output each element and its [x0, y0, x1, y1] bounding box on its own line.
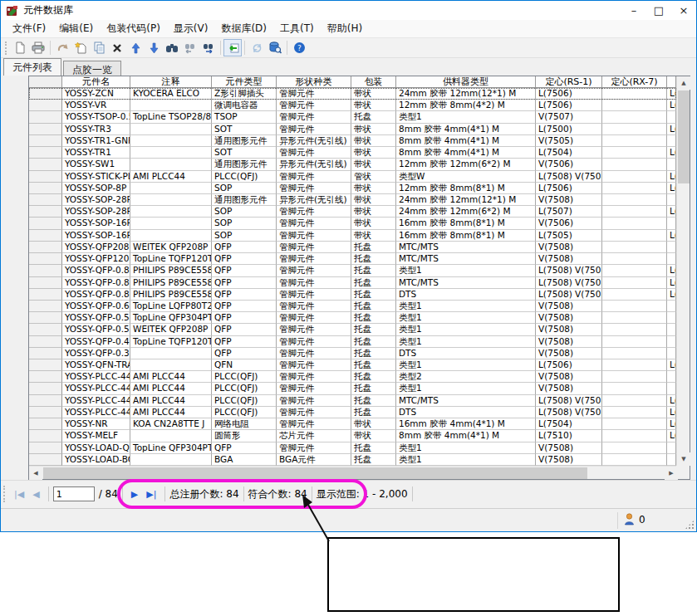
table-cell[interactable]: 类型2: [396, 371, 536, 383]
table-cell[interactable]: PHILIPS P89CE558: [130, 277, 212, 289]
row-selector[interactable]: [29, 289, 62, 301]
table-cell[interactable]: TSOP: [212, 111, 277, 123]
table-cell[interactable]: [130, 194, 212, 206]
table-cell[interactable]: WEITEK QFP208P: [130, 242, 212, 253]
table-cell[interactable]: SOT: [212, 124, 277, 135]
table-cell[interactable]: YOSSY-LOAD-BGA: [62, 454, 130, 466]
find-next-icon[interactable]: [199, 39, 218, 56]
table-cell[interactable]: YOSSY-QFP120P-: [62, 253, 130, 265]
table-cell[interactable]: V(7508): [536, 442, 602, 454]
help-icon[interactable]: ?: [290, 39, 308, 56]
table-cell[interactable]: V(7508): [536, 242, 602, 253]
table-cell[interactable]: 带状: [351, 135, 396, 147]
table-cell[interactable]: YOSSY-SOP-28P: [62, 206, 130, 218]
column-header[interactable]: 定心(RS-1): [536, 76, 602, 87]
table-cell[interactable]: L(7508) V(7508): [536, 289, 602, 301]
table-cell[interactable]: KYOCERA ELCO: [130, 88, 212, 100]
table-cell-partial[interactable]: L(: [667, 124, 676, 135]
table-cell[interactable]: 类型W: [396, 171, 536, 183]
table-cell[interactable]: QFP: [212, 289, 277, 301]
table-cell[interactable]: SOP: [212, 218, 277, 229]
menu-database[interactable]: 数据库(D): [214, 20, 273, 37]
table-cell[interactable]: 类型1: [396, 265, 536, 276]
table-row[interactable]: YOSSY-SOP-16P-3SOP管脚元件带状16mm 胶带 8mm(8*1)…: [29, 218, 676, 229]
table-cell[interactable]: 类型1: [396, 442, 536, 454]
table-cell[interactable]: [602, 371, 667, 383]
table-cell[interactable]: 8mm 胶带 4mm(4*1) M: [396, 135, 536, 147]
table-cell-partial[interactable]: [667, 301, 676, 312]
table-cell-partial[interactable]: L(: [667, 418, 676, 430]
table-cell-partial[interactable]: L(: [667, 147, 676, 159]
menu-tools[interactable]: 工具(T): [273, 20, 321, 37]
next-record-button[interactable]: ▶: [127, 486, 142, 502]
table-cell[interactable]: [130, 183, 212, 194]
table-cell-partial[interactable]: L(: [667, 171, 676, 183]
table-cell[interactable]: 类型1: [396, 111, 536, 123]
vertical-scrollbar[interactable]: ▲ ▼: [676, 76, 690, 466]
resize-grip[interactable]: [685, 520, 695, 530]
table-cell[interactable]: [602, 336, 667, 348]
row-selector[interactable]: [29, 218, 62, 229]
table-cell[interactable]: 16mm 胶带 4mm(4*1) M: [396, 418, 536, 430]
table-cell[interactable]: 类型1: [396, 359, 536, 371]
table-cell[interactable]: 类型1: [396, 324, 536, 335]
table-cell[interactable]: 托盘: [351, 301, 396, 312]
tab-component-list[interactable]: 元件列表: [3, 58, 61, 76]
table-cell[interactable]: L(7508) V(7508): [536, 171, 602, 183]
row-selector[interactable]: [29, 442, 62, 454]
table-row[interactable]: YOSSY-PLCC-44PAMI PLCC44PLCC(QFJ)管脚元件托盘类…: [29, 383, 676, 394]
navbar-grip[interactable]: [3, 486, 7, 502]
table-cell[interactable]: 异形元件(无引线): [277, 194, 351, 206]
table-cell[interactable]: 8mm 胶带 4mm(4*1) M: [396, 124, 536, 135]
print-icon[interactable]: [29, 39, 47, 56]
table-cell[interactable]: 托盘: [351, 442, 396, 454]
table-cell[interactable]: [602, 324, 667, 335]
table-cell[interactable]: 托盘: [351, 359, 396, 371]
table-row[interactable]: YOSSY-QFP-0.65-TopLine LQFP80T2QFP管脚元件托盘…: [29, 301, 676, 312]
table-row[interactable]: YOSSY-SOP-28P-(通用图形元件异形元件(无引线)带状24mm 胶带 …: [29, 194, 676, 206]
table-cell[interactable]: [602, 159, 667, 170]
table-cell[interactable]: 类型1: [396, 336, 536, 348]
menu-package-code[interactable]: 包装代码(P): [100, 20, 167, 37]
table-cell[interactable]: YOSSY-QFP-0.5-3: [62, 312, 130, 324]
table-cell[interactable]: PLCC(QFJ): [212, 371, 277, 383]
table-cell[interactable]: [130, 218, 212, 229]
table-cell[interactable]: [602, 348, 667, 359]
table-cell[interactable]: YOSSY-QFP-0.65-: [62, 301, 130, 312]
table-cell[interactable]: 管脚元件: [277, 124, 351, 135]
table-cell[interactable]: 托盘: [351, 289, 396, 301]
table-row[interactable]: YOSSY-TR1SOT管脚元件带状8mm 胶带 4mm(4*1) ML(750…: [29, 147, 676, 159]
table-row[interactable]: YOSSY-QFP120P-TopLine TQFP120TQFP管脚元件托盘M…: [29, 253, 676, 265]
column-header[interactable]: 定心(RX-7): [602, 76, 667, 87]
table-cell[interactable]: DTS: [396, 289, 536, 301]
table-cell[interactable]: V(7505): [536, 135, 602, 147]
table-cell[interactable]: L(7507): [536, 206, 602, 218]
table-cell[interactable]: 管脚元件: [277, 230, 351, 242]
table-cell-partial[interactable]: [667, 454, 676, 466]
table-cell[interactable]: L(7508) V(7508): [536, 395, 602, 407]
table-cell[interactable]: 通用图形元件: [212, 135, 277, 147]
table-cell[interactable]: AMI PLCC44: [130, 395, 212, 407]
table-cell[interactable]: 管脚元件: [277, 147, 351, 159]
menu-edit[interactable]: 编辑(E): [52, 20, 100, 37]
table-cell[interactable]: YOSSY-QFN-TRAY: [62, 359, 130, 371]
maximize-button[interactable]: □: [646, 1, 671, 20]
table-row[interactable]: YOSSY-MELF圆筒形芯片元件带状8mm 胶带 4mm(4*1) ML(75…: [29, 430, 676, 442]
undo-icon[interactable]: [53, 39, 71, 56]
table-cell[interactable]: 托盘: [351, 111, 396, 123]
table-cell[interactable]: 8mm 胶带 4mm(4*1) M: [396, 430, 536, 442]
row-selector[interactable]: [29, 147, 62, 159]
move-down-icon[interactable]: [145, 39, 163, 56]
table-row[interactable]: YOSSY-ZCNKYOCERA ELCOZ形引脚插头管脚元件带状24mm 胶带…: [29, 88, 676, 100]
table-cell[interactable]: YOSSY-SOP-16P: [62, 230, 130, 242]
table-cell[interactable]: YOSSY-QFP-0.8-8: [62, 289, 130, 301]
table-cell[interactable]: 管脚元件: [277, 442, 351, 454]
table-cell[interactable]: L(7508) V(7508): [536, 407, 602, 418]
row-selector[interactable]: [29, 194, 62, 206]
table-cell[interactable]: QFP: [212, 265, 277, 276]
table-cell[interactable]: [602, 277, 667, 289]
table-cell[interactable]: [130, 230, 212, 242]
table-cell[interactable]: QFP: [212, 253, 277, 265]
copy-icon[interactable]: [90, 39, 108, 56]
table-cell[interactable]: DTS: [396, 407, 536, 418]
